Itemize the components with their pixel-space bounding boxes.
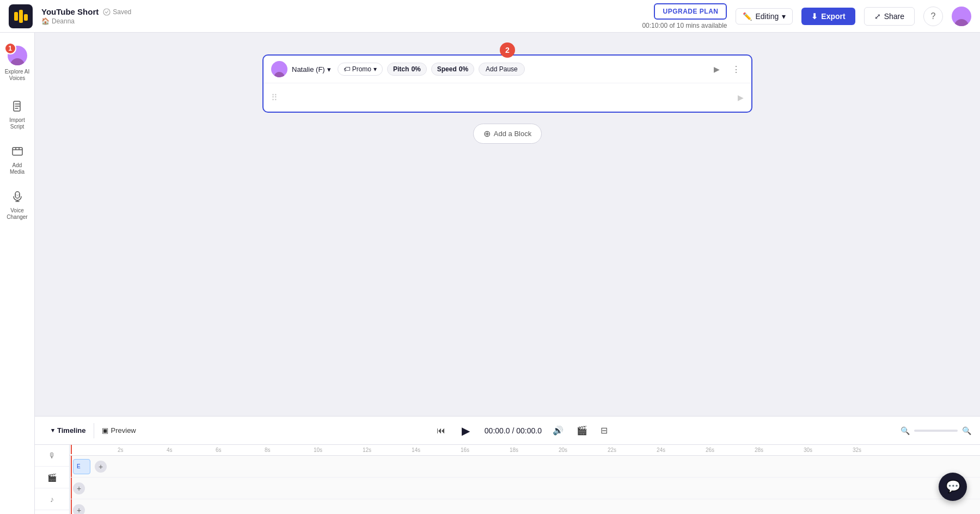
step-badge-2: 2 [500, 42, 515, 58]
upgrade-button[interactable]: UPGRADE PLAN [654, 3, 727, 20]
block-actions: ▶ ⋮ [709, 62, 744, 77]
chevron-down-icon: ▾ [51, 427, 54, 434]
add-music-segment-button[interactable]: + [73, 504, 85, 515]
sidebar-item-import-script[interactable]: ImportScript [2, 95, 33, 136]
sidebar-label-import: ImportScript [9, 117, 24, 130]
play-main-button[interactable]: ▶ [456, 421, 476, 440]
ruler-tick-30s: 30s [804, 447, 812, 453]
ruler-tick-10s: 10s [314, 447, 322, 453]
play-inline-button[interactable]: ▶ [738, 93, 744, 102]
zoom-controls: 🔍 🔍 [901, 426, 971, 435]
explore-badge: 1 [4, 42, 16, 54]
download-icon: ⬇ [811, 12, 818, 21]
playhead-video [71, 478, 72, 499]
play-icon: ▶ [714, 65, 720, 74]
help-icon: ? [931, 11, 936, 21]
zoom-in-button[interactable]: 🔍 [962, 426, 971, 435]
captions-icon: ⊟ [601, 425, 608, 436]
more-options-button[interactable]: ⋮ [728, 62, 744, 77]
pencil-icon: ✏️ [743, 12, 752, 21]
voice-changer-icon [11, 191, 23, 205]
ruler-tick-4s: 4s [167, 447, 173, 453]
chat-button[interactable]: 💬 [939, 473, 967, 501]
zoom-slider[interactable] [914, 430, 958, 432]
video-icon: 🎬 [47, 473, 57, 482]
add-media-icon [11, 145, 23, 160]
zoom-out-button[interactable]: 🔍 [901, 426, 910, 435]
music-icon: ♪ [50, 495, 54, 504]
app-logo[interactable] [9, 4, 33, 28]
timeline-tracks: E + + + [70, 456, 980, 514]
video-track: + [70, 478, 980, 499]
ruler-tick-26s: 26s [706, 447, 714, 453]
skip-back-icon: ⏮ [437, 426, 445, 436]
help-button[interactable]: ? [923, 7, 943, 26]
ruler-tick-24s: 24s [657, 447, 665, 453]
voice-block-body: ⠿ ▶ [264, 83, 751, 112]
timeline-preview-tabs: ▾ Timeline ▣ Preview [44, 423, 144, 438]
speed-control[interactable]: Speed 0% [431, 63, 474, 76]
ruler-tick-2s: 2s [118, 447, 124, 453]
audio-track: E + [70, 456, 980, 478]
sidebar-item-add-media[interactable]: Add Media [2, 140, 33, 181]
chevron-down-icon: ▾ [373, 65, 377, 73]
volume-button[interactable]: 🔊 [550, 423, 566, 438]
bottom-panel: ▾ Timeline ▣ Preview ⏮ ▶ 00 [35, 416, 980, 514]
captions-button[interactable]: ⊟ [598, 423, 610, 438]
breadcrumb: 🏠 Deanna [41, 17, 131, 25]
track-segment-e[interactable]: E [73, 459, 90, 474]
skip-back-button[interactable]: ⏮ [434, 424, 448, 438]
block-container: 2 Natalie (F) ▾ 🏷 [262, 54, 752, 144]
add-audio-segment-button[interactable]: + [95, 461, 107, 473]
svg-rect-2 [24, 14, 28, 21]
segment-label: E [77, 463, 81, 469]
ruler-tick-8s: 8s [265, 447, 271, 453]
avatar[interactable] [952, 7, 971, 26]
svg-rect-1 [19, 10, 23, 23]
add-video-segment-button[interactable]: + [73, 482, 85, 494]
share-button[interactable]: ⤢ Share [864, 7, 915, 26]
video-track-label: 🎬 [35, 467, 69, 488]
playhead-audio [71, 456, 72, 477]
import-script-icon [11, 100, 23, 115]
sidebar: 1 Explore AIVoices ImportScript Add Medi… [0, 33, 35, 514]
sidebar-item-voice-changer[interactable]: VoiceChanger [2, 185, 33, 226]
sidebar-label-explore: Explore AIVoices [5, 69, 30, 82]
add-pause-button[interactable]: Add Pause [479, 63, 525, 76]
playhead[interactable] [71, 445, 72, 454]
playhead-music [71, 499, 72, 514]
add-block-button[interactable]: ⊕ Add a Block [473, 124, 542, 144]
pitch-control[interactable]: Pitch 0% [387, 63, 427, 76]
voice-name-button[interactable]: Natalie (F) ▾ [292, 65, 331, 74]
svg-point-5 [10, 58, 24, 65]
tab-preview[interactable]: ▣ Preview [94, 423, 144, 438]
chevron-down-icon: ▾ [327, 65, 331, 74]
play-block-button[interactable]: ▶ [709, 62, 724, 77]
ruler-tick-18s: 18s [510, 447, 518, 453]
promo-button[interactable]: 🏷 Promo ▾ [338, 63, 383, 76]
drag-handle[interactable]: ⠿ [271, 93, 278, 103]
more-icon: ⋮ [732, 64, 740, 75]
sidebar-item-explore-ai-voices[interactable]: 1 Explore AIVoices [2, 41, 33, 86]
ruler-tick-16s: 16s [461, 447, 469, 453]
editing-button[interactable]: ✏️ Editing ▾ [736, 8, 793, 25]
voice-controls: 🏷 Promo ▾ Pitch 0% Speed 0% [338, 63, 525, 76]
timeline-scroll[interactable]: 2s 4s 6s 8s 10s 12s 14s 16s 18s 20s 22s … [70, 445, 980, 514]
camera-button[interactable]: 🎬 [574, 423, 590, 438]
svg-point-11 [275, 63, 283, 71]
timeline-area: 🎙 🎬 ♪ 2s 4s [35, 445, 980, 514]
export-button[interactable]: ⬇ Export [801, 8, 855, 25]
voice-block-header: Natalie (F) ▾ 🏷 Promo ▾ Pitch 0% [264, 56, 751, 83]
sidebar-label-add-media: Add Media [5, 162, 29, 175]
saved-badge: Saved [103, 8, 131, 16]
ruler-tick-22s: 22s [608, 447, 616, 453]
text-input[interactable] [282, 91, 733, 104]
chat-icon: 💬 [946, 480, 960, 494]
tab-timeline[interactable]: ▾ Timeline [44, 423, 94, 438]
svg-rect-8 [13, 148, 22, 155]
ruler-tick-20s: 20s [559, 447, 567, 453]
track-labels: 🎙 🎬 ♪ [35, 445, 70, 514]
playbar: ▾ Timeline ▣ Preview ⏮ ▶ 00 [35, 417, 980, 445]
promo-icon: 🏷 [344, 65, 350, 73]
svg-point-4 [957, 9, 966, 19]
